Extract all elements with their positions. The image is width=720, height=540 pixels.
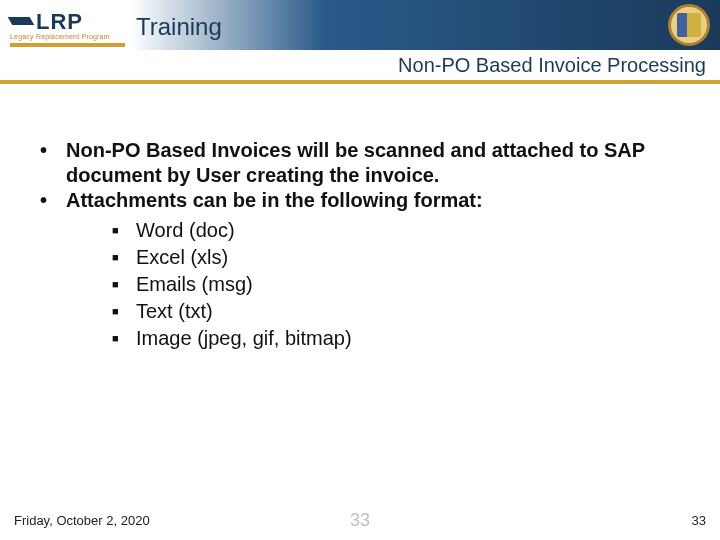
bullet-mark-icon: • <box>40 138 52 188</box>
footer-center-number: 33 <box>350 510 370 531</box>
sub-bullet-text: Emails (msg) <box>136 271 253 298</box>
sub-bullet-item: ■ Word (doc) <box>112 217 680 244</box>
square-bullet-icon: ■ <box>112 217 122 244</box>
square-bullet-icon: ■ <box>112 244 122 271</box>
square-bullet-icon: ■ <box>112 325 122 352</box>
seal-icon <box>668 4 710 46</box>
bullet-item: • Non-PO Based Invoices will be scanned … <box>40 138 680 188</box>
sub-bullet-item: ■ Excel (xls) <box>112 244 680 271</box>
logo-block: LRP Legacy Replacement Program <box>0 3 130 47</box>
sub-bullet-item: ■ Text (txt) <box>112 298 680 325</box>
footer-page-number: 33 <box>692 513 706 528</box>
sub-bullet-text: Excel (xls) <box>136 244 228 271</box>
bullet-text: Attachments can be in the following form… <box>66 188 483 213</box>
footer: Friday, October 2, 2020 33 33 <box>14 513 706 528</box>
sub-bullet-text: Text (txt) <box>136 298 213 325</box>
sub-bullet-item: ■ Image (jpeg, gif, bitmap) <box>112 325 680 352</box>
header-bar: LRP Legacy Replacement Program Training <box>0 0 720 50</box>
bullet-list: • Non-PO Based Invoices will be scanned … <box>40 138 680 213</box>
logo-text: LRP <box>36 9 83 35</box>
seal-inner-icon <box>677 13 701 37</box>
logo-underline <box>10 43 125 47</box>
bullet-mark-icon: • <box>40 188 52 213</box>
square-bullet-icon: ■ <box>112 298 122 325</box>
logo-swoosh-icon <box>10 15 32 29</box>
logo-top: LRP <box>10 9 130 35</box>
slide-subtitle: Non-PO Based Invoice Processing <box>398 54 706 77</box>
bullet-item: • Attachments can be in the following fo… <box>40 188 680 213</box>
content-area: • Non-PO Based Invoices will be scanned … <box>0 84 720 352</box>
footer-date: Friday, October 2, 2020 <box>14 513 150 528</box>
sub-bullet-text: Image (jpeg, gif, bitmap) <box>136 325 352 352</box>
bullet-text: Non-PO Based Invoices will be scanned an… <box>66 138 680 188</box>
sub-bullet-text: Word (doc) <box>136 217 235 244</box>
logo-subtext: Legacy Replacement Program <box>10 33 130 40</box>
subtitle-bar: Non-PO Based Invoice Processing <box>0 50 720 80</box>
header-title: Training <box>130 9 222 41</box>
sub-bullet-item: ■ Emails (msg) <box>112 271 680 298</box>
sub-bullet-list: ■ Word (doc) ■ Excel (xls) ■ Emails (msg… <box>112 217 680 352</box>
square-bullet-icon: ■ <box>112 271 122 298</box>
